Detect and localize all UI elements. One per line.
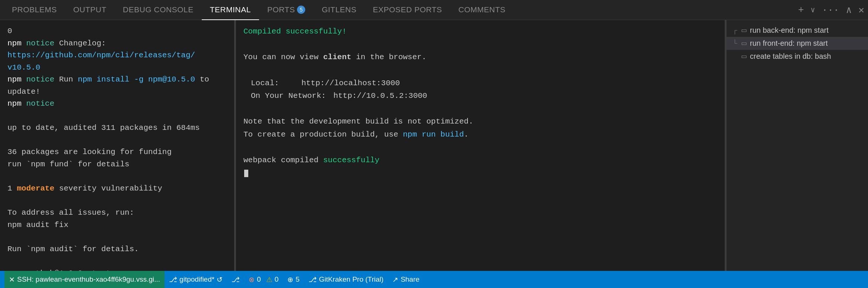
terminal-line-vulnerability: 1 moderate severity vulnerability	[7, 183, 227, 195]
tab-comments[interactable]: COMMENTS	[450, 0, 514, 20]
terminal-line-blank-6	[7, 255, 227, 268]
status-share[interactable]: ↗ Share	[388, 271, 424, 288]
terminal-line-npm-notice-4: npm notice	[7, 98, 227, 110]
terminal-view-client: You can now view client in the browser.	[243, 51, 717, 64]
terminal-blank-3	[243, 103, 717, 116]
add-terminal-button[interactable]: +	[798, 4, 804, 16]
terminal-blank-4	[243, 141, 717, 154]
warning-icon: ⚠	[266, 275, 272, 284]
status-git-branch[interactable]: ⎇ gitpodified* ↺	[165, 271, 227, 288]
terminal-note-2: To create a production build, use npm ru…	[243, 128, 717, 141]
corner-icon-2: └	[733, 39, 737, 47]
gitkraken-icon: ⎇	[309, 275, 317, 284]
more-actions-button[interactable]: ···	[822, 4, 839, 16]
terminal-line-1: 0	[7, 25, 227, 38]
terminal-line-funding-2: run `npm fund` for details	[7, 159, 227, 171]
gitkraken-label: GitKraken Pro (Trial)	[319, 275, 384, 284]
terminal-line-blank-2	[7, 134, 227, 147]
git-sync-icon: ↺	[217, 275, 223, 284]
terminal-line-blank-4	[7, 195, 227, 207]
ports-icon: ⊕	[287, 275, 293, 284]
terminal-line-audit-details: Run `npm audit` for details.	[7, 243, 227, 256]
tab-terminal[interactable]: TERMINAL	[202, 0, 259, 20]
ssh-label: SSH: pawlean-eventhub-xao4ff6k9gu.vss.gi…	[17, 275, 160, 284]
sidebar-terminal-3[interactable]: └ ▭ create tables in db: bash	[727, 50, 868, 63]
tab-gitlens[interactable]: GITLENS	[313, 0, 364, 20]
terminal-line-address: To address all issues, run:	[7, 207, 227, 219]
sidebar-terminal-1[interactable]: ┌ ▭ run back-end: npm start	[727, 24, 868, 37]
terminal-note-1: Note that the development build is not o…	[243, 115, 717, 128]
git-branch-icon: ⎇	[169, 275, 177, 284]
sidebar-terminal-2[interactable]: └ ▭ run front-end: npm start	[727, 37, 868, 50]
status-gitkraken[interactable]: ⎇ GitKraken Pro (Trial)	[304, 271, 388, 288]
terminal-icon-2: ▭	[741, 39, 747, 47]
tab-problems[interactable]: PROBLEMS	[4, 0, 65, 20]
terminal-icon-1: ▭	[741, 26, 747, 34]
status-source-control[interactable]: ⎇	[227, 271, 244, 288]
error-count: 0	[257, 275, 261, 284]
sidebar-terminal-label-3: create tables in db: bash	[750, 52, 831, 61]
tab-debug-console[interactable]: DEBUG CONSOLE	[115, 0, 202, 20]
terminal-local: Local:http://localhost:3000	[243, 77, 717, 90]
terminal-line-blank-3	[7, 171, 227, 183]
warning-count: 0	[275, 275, 279, 284]
corner-icon-1: ┌	[733, 26, 737, 34]
status-ssh[interactable]: ✕ SSH: pawlean-eventhub-xao4ff6k9gu.vss.…	[4, 271, 165, 288]
status-bar: ✕ SSH: pawlean-eventhub-xao4ff6k9gu.vss.…	[0, 271, 868, 288]
tab-output[interactable]: OUTPUT	[65, 0, 115, 20]
tab-bar-left: PROBLEMS OUTPUT DEBUG CONSOLE TERMINAL P…	[4, 0, 514, 20]
tab-bar-actions: + ∨ ··· ∧ ✕	[798, 4, 864, 16]
sidebar-terminal-label-2: run front-end: npm start	[750, 39, 828, 48]
terminal-line-blank-1	[7, 110, 227, 122]
terminal-blank-1	[243, 38, 717, 51]
status-ports[interactable]: ⊕ 5	[283, 271, 304, 288]
terminal-webpack: webpack compiled successfully	[243, 154, 717, 167]
close-panel-button[interactable]: ✕	[858, 4, 864, 16]
ports-count: 5	[296, 275, 300, 284]
terminal-icon-3: ▭	[741, 52, 747, 60]
terminal-line-blank-5	[7, 231, 227, 243]
terminal-right-panel[interactable]: Compiled successfully! You can now view …	[236, 20, 725, 271]
terminal-line-npm-notice-3: npm notice Run npm install -g npm@10.5.0…	[7, 74, 227, 98]
terminal-line-funding-1: 36 packages are looking for funding	[7, 146, 227, 159]
tab-ports[interactable]: PORTS 5	[259, 0, 313, 20]
sidebar-terminal-label-1: run back-end: npm start	[750, 26, 829, 35]
source-control-icon: ⎇	[232, 275, 240, 284]
terminal-line-start-1: > eventhub@1.0.0 start	[7, 268, 227, 271]
tab-bar: PROBLEMS OUTPUT DEBUG CONSOLE TERMINAL P…	[0, 0, 868, 20]
terminal-sidebar: ┌ ▭ run back-end: npm start └ ▭ run fron…	[727, 20, 868, 271]
error-icon: ⊗	[249, 275, 255, 284]
terminal-network: On Your Network:http://10.0.5.2:3000	[243, 90, 717, 103]
status-errors[interactable]: ⊗ 0 ⚠ 0	[244, 271, 283, 288]
terminal-cursor-right	[243, 167, 717, 180]
terminal-line-npm-notice-2: v10.5.0	[7, 62, 227, 74]
terminal-line-audit: up to date, audited 311 packages in 684m…	[7, 122, 227, 134]
terminal-compiled-success: Compiled successfully!	[243, 25, 717, 38]
ports-badge: 5	[297, 6, 305, 14]
share-icon: ↗	[392, 275, 398, 284]
dropdown-button[interactable]: ∨	[811, 5, 815, 15]
minimize-panel-button[interactable]: ∧	[846, 4, 852, 16]
ssh-icon: ✕	[9, 275, 15, 284]
main-area: 0 npm notice Changelog: https://github.c…	[0, 20, 868, 271]
git-branch-label: gitpodified*	[179, 275, 214, 284]
terminal-line-npm-notice-1: npm notice Changelog: https://github.com…	[7, 38, 227, 62]
share-label: Share	[401, 275, 419, 284]
tab-exposed-ports[interactable]: EXPOSED PORTS	[365, 0, 450, 20]
terminal-left-panel[interactable]: 0 npm notice Changelog: https://github.c…	[0, 20, 234, 271]
terminal-blank-2	[243, 64, 717, 77]
terminal-line-npm-audit-fix: npm audit fix	[7, 219, 227, 231]
